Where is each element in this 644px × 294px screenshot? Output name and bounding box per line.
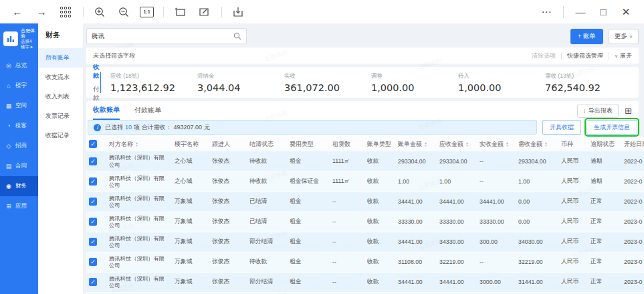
sort-icon[interactable]: ▲▼ <box>465 141 469 147</box>
sidebar-item-财务[interactable]: ◉财务 <box>0 176 38 196</box>
table-row[interactable]: ✓腾讯科技（深圳）有限公司万象城张俊杰已结清租金--收款34441.003444… <box>86 192 644 212</box>
table-row[interactable]: ✓腾讯科技（深圳）有限公司之心城张俊杰待收款租金保证金1111㎡收款1.001.… <box>86 171 644 192</box>
search-input[interactable] <box>92 33 233 40</box>
issue-receipt-button[interactable]: 开具收据 <box>542 120 581 135</box>
submenu-item-收支流水[interactable]: 收支流水 <box>38 68 83 87</box>
chevron-down-icon: ∨ <box>629 34 633 39</box>
column-header-租赁数: 租赁数 <box>330 137 364 151</box>
summary-tab-收款[interactable]: 收款 <box>93 63 100 80</box>
cell: 万象城 <box>172 192 209 212</box>
cell: 万象城 <box>172 252 209 272</box>
app-logo-icon <box>3 31 18 46</box>
column-header-需收金额[interactable]: 需收金额▲▼ <box>516 137 558 151</box>
sidebar-item-合同[interactable]: ▤合同 <box>0 156 38 176</box>
sort-icon[interactable]: ▲▼ <box>506 141 509 147</box>
cell: 293304.00 <box>395 151 437 171</box>
row-checkbox[interactable]: ✓ <box>89 218 97 226</box>
actual-size-icon[interactable]: 1:1 <box>140 7 154 17</box>
back-icon[interactable]: ← <box>9 4 25 20</box>
export-report-button[interactable]: ↓导出报表 <box>577 104 619 118</box>
more-menu-icon[interactable]: ⋯ <box>535 4 558 20</box>
summary-tab-付款[interactable]: 付款 <box>93 85 100 102</box>
row-checkbox[interactable]: ✓ <box>89 278 97 286</box>
more-button[interactable]: 更多∨ <box>609 29 639 44</box>
stat-label: 需收 (13笔) <box>545 72 632 80</box>
column-header-账单金额[interactable]: 账单金额▲▼ <box>395 137 437 151</box>
cell: 1.00 <box>437 171 477 192</box>
select-all-checkbox[interactable]: ✓ <box>89 140 97 148</box>
toolbar-divider <box>221 7 222 17</box>
sidebar-item-楼宇[interactable]: ⌂楼宇 <box>0 76 38 96</box>
table-row[interactable]: ✓腾讯科技（深圳）有限公司之心城张俊杰待收款租金1111㎡收款293304.00… <box>86 151 644 171</box>
submenu-item-所有账单[interactable]: 所有账单 <box>38 48 83 68</box>
row-checkbox[interactable]: ✓ <box>89 198 97 206</box>
cell: -- <box>477 151 516 171</box>
stat-label: 滞纳金 <box>197 72 284 80</box>
download-icon[interactable] <box>230 4 246 20</box>
column-header-结清状态: 结清状态 <box>247 137 287 151</box>
column-header-对方名称[interactable]: 对方名称▲▼ <box>106 137 172 151</box>
summary-stat: 需收 (13笔)762,540.92 <box>545 72 632 93</box>
quick-filter-manage-button[interactable]: 快捷筛选管理 <box>567 52 603 60</box>
cell: 2022-0 <box>621 151 644 171</box>
column-header-实收金额[interactable]: 实收金额▲▼ <box>477 137 516 151</box>
table-row[interactable]: ✓腾讯科技（深圳）有限公司万象城张俊杰部分结清租金--收款34441.00343… <box>86 232 644 252</box>
submenu-item-收入列表[interactable]: 收入列表 <box>38 87 83 106</box>
sort-icon[interactable]: ▲▼ <box>544 141 548 147</box>
sidebar-item-应用[interactable]: ⊞应用 <box>0 196 38 216</box>
minimize-button[interactable]: — <box>569 4 592 20</box>
zoom-out-icon[interactable] <box>116 4 132 20</box>
bills-panel: 收款账单付款账单 ↓导出报表 ⊞ i 已选择 10 项 合计需收： 493207… <box>86 101 639 294</box>
submenu-item-发票记录[interactable]: 发票记录 <box>38 106 83 126</box>
cell: 34441.00 <box>395 192 437 212</box>
sort-icon[interactable]: ▲▼ <box>424 141 427 147</box>
new-bill-button[interactable]: + 账单 <box>570 29 603 44</box>
generate-invoice-info-button[interactable]: 生成开票信息 <box>586 120 637 135</box>
cell: 已结清 <box>247 212 287 232</box>
toolbar-divider <box>83 7 84 17</box>
edit-icon[interactable] <box>196 4 212 20</box>
row-checkbox[interactable]: ✓ <box>89 157 97 165</box>
cell: 正常 <box>588 232 621 252</box>
clear-filters-button[interactable]: 清除选项 <box>532 52 556 60</box>
column-header-应收金额[interactable]: 应收金额▲▼ <box>437 137 477 151</box>
maximize-button[interactable]: □ <box>592 4 615 20</box>
column-header-label: 跟进人 <box>212 141 230 147</box>
tab-付款账单[interactable]: 付款账单 <box>134 101 161 120</box>
sidebar-item-租客[interactable]: ◔租客 <box>0 116 38 136</box>
workspace-switcher[interactable]: 合肥体验 选择4楼宇 ▸ <box>0 23 38 56</box>
sidebar-item-总览[interactable]: ◎总览 <box>0 56 38 76</box>
screenshot-icon[interactable] <box>172 4 188 20</box>
row-select-cell: ✓ <box>86 171 106 192</box>
submenu-item-收据记录[interactable]: 收据记录 <box>38 126 83 145</box>
cell: 张俊杰 <box>209 151 247 171</box>
tab-收款账单[interactable]: 收款账单 <box>93 101 120 120</box>
app-window: ← → 1:1 ⋯ — □ ✕ <box>0 0 644 294</box>
expand-filters-button[interactable]: ∨展开 <box>615 52 632 60</box>
selected-mid: 项 合计需收： <box>134 123 172 132</box>
search-box[interactable] <box>86 28 247 44</box>
table-row[interactable]: ✓腾讯科技（深圳）有限公司万象城张俊杰部分结清租金--收款34441.00344… <box>86 272 644 292</box>
row-select-cell: ✓ <box>86 212 106 232</box>
row-checkbox[interactable]: ✓ <box>89 258 97 266</box>
selected-total-amount: 493207.00 <box>174 124 203 131</box>
sidebar-item-空间[interactable]: ▦空间 <box>0 96 38 116</box>
cell: 逾期 <box>588 151 621 171</box>
sidebar-item-招商[interactable]: ◇招商 <box>0 136 38 156</box>
table-row[interactable]: ✓腾讯科技（深圳）有限公司万象城张俊杰已结清租金--收款33330.003333… <box>86 212 644 232</box>
zoom-in-icon[interactable] <box>92 4 108 20</box>
row-checkbox[interactable]: ✓ <box>89 238 97 246</box>
cell: 2023-0 <box>621 272 644 292</box>
apps-grid-icon[interactable] <box>58 4 74 20</box>
cell: 租金 <box>287 272 330 292</box>
table-row[interactable]: ✓腾讯科技（深圳）有限公司万象城张俊杰待收款租金--收款31108.003221… <box>86 252 644 272</box>
sidebar-item-label: 合同 <box>15 162 27 170</box>
forward-icon[interactable]: → <box>33 4 49 20</box>
search-row: + 账单 更多∨ <box>86 28 639 44</box>
cell: 2023-0 <box>621 212 644 232</box>
space-icon: ▦ <box>5 102 12 109</box>
column-settings-icon[interactable]: ⊞ <box>625 106 632 116</box>
row-checkbox[interactable]: ✓ <box>89 177 97 186</box>
close-button[interactable]: ✕ <box>615 4 637 20</box>
sort-icon[interactable]: ▲▼ <box>135 141 138 147</box>
